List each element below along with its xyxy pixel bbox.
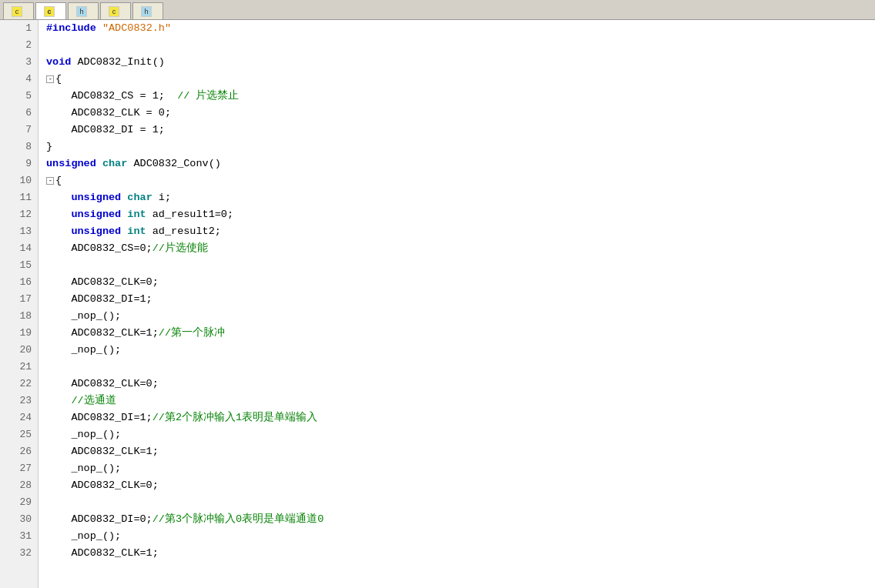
code-line-28: ADC0832_CLK=0; xyxy=(46,477,875,494)
tab-lcd1602-c[interactable]: c xyxy=(100,2,131,19)
code-line-16: ADC0832_CLK=0; xyxy=(46,274,875,291)
code-line-24: ADC0832_DI=1;//第2个脉冲输入1表明是单端输入 xyxy=(46,409,875,426)
tab-icon-lcd1602-c: c xyxy=(109,6,119,17)
line-num-20: 20 xyxy=(0,342,38,359)
tab-icon-adc0832-h: h xyxy=(76,6,87,17)
code-line-13: unsigned int ad_result2; xyxy=(46,223,875,240)
line-num-10: 10 xyxy=(0,172,38,189)
line-num-23: 23 xyxy=(0,393,38,409)
tab-main-c[interactable]: c xyxy=(3,2,34,19)
line-num-16: 16 xyxy=(0,274,38,291)
line-num-28: 28 xyxy=(0,477,38,494)
code-line-18: _nop_(); xyxy=(46,308,875,325)
code-area: 1234567891011121314151617181920212223242… xyxy=(0,20,875,588)
line-num-14: 14 xyxy=(0,240,38,257)
line-num-30: 30 xyxy=(0,511,38,528)
line-num-3: 3 xyxy=(0,54,38,71)
code-line-21 xyxy=(46,359,875,376)
code-line-3: void ADC0832_Init() xyxy=(46,54,875,71)
code-line-7: ADC0832_DI = 1; xyxy=(46,122,875,139)
line-num-21: 21 xyxy=(0,359,38,376)
line-numbers: 1234567891011121314151617181920212223242… xyxy=(0,20,39,588)
code-line-27: _nop_(); xyxy=(46,460,875,477)
tab-icon-adc0832-c: c xyxy=(44,6,55,17)
tab-lcd1602-h[interactable]: h xyxy=(132,2,163,19)
code-line-22: ADC0832_CLK=0; xyxy=(46,376,875,393)
line-num-17: 17 xyxy=(0,291,38,308)
code-line-25: _nop_(); xyxy=(46,426,875,443)
line-num-8: 8 xyxy=(0,139,38,155)
code-line-20: _nop_(); xyxy=(46,342,875,359)
line-num-32: 32 xyxy=(0,545,38,562)
line-num-4: 4 xyxy=(0,71,38,88)
code-content[interactable]: #include "ADC0832.h" void ADC0832_Init()… xyxy=(39,20,875,588)
tab-bar: c c h c h xyxy=(0,0,875,20)
line-num-24: 24 xyxy=(0,409,38,426)
line-num-2: 2 xyxy=(0,37,38,54)
code-line-4: ⁃{ xyxy=(46,71,875,88)
code-line-31: _nop_(); xyxy=(46,528,875,545)
code-line-12: unsigned int ad_result1=0; xyxy=(46,206,875,223)
line-num-19: 19 xyxy=(0,325,38,342)
code-line-15 xyxy=(46,257,875,274)
line-num-9: 9 xyxy=(0,155,38,172)
line-num-12: 12 xyxy=(0,206,38,223)
tab-icon-main-c: c xyxy=(12,6,22,17)
code-line-8: } xyxy=(46,139,875,155)
code-line-23: //选通道 xyxy=(46,393,875,409)
code-line-19: ADC0832_CLK=1;//第一个脉冲 xyxy=(46,325,875,342)
tab-adc0832-h[interactable]: h xyxy=(68,2,99,19)
code-line-30: ADC0832_DI=0;//第3个脉冲输入0表明是单端通道0 xyxy=(46,511,875,528)
line-num-18: 18 xyxy=(0,308,38,325)
line-num-26: 26 xyxy=(0,443,38,460)
code-line-2 xyxy=(46,37,875,54)
line-num-1: 1 xyxy=(0,20,38,37)
code-line-14: ADC0832_CS=0;//片选使能 xyxy=(46,240,875,257)
line-num-25: 25 xyxy=(0,426,38,443)
line-num-27: 27 xyxy=(0,460,38,477)
code-line-5: ADC0832_CS = 1; // 片选禁止 xyxy=(46,88,875,105)
line-num-13: 13 xyxy=(0,223,38,240)
line-num-31: 31 xyxy=(0,528,38,545)
fold-4[interactable]: ⁃ xyxy=(46,75,54,83)
code-line-17: ADC0832_DI=1; xyxy=(46,291,875,308)
code-line-1: #include "ADC0832.h" xyxy=(46,20,875,37)
code-line-26: ADC0832_CLK=1; xyxy=(46,443,875,460)
code-line-29 xyxy=(46,494,875,511)
line-num-11: 11 xyxy=(0,189,38,206)
line-num-22: 22 xyxy=(0,376,38,393)
code-line-9: unsigned char ADC0832_Conv() xyxy=(46,155,875,172)
line-num-29: 29 xyxy=(0,494,38,511)
code-line-10: ⁃{ xyxy=(46,172,875,189)
code-line-6: ADC0832_CLK = 0; xyxy=(46,105,875,122)
line-num-7: 7 xyxy=(0,122,38,139)
line-num-6: 6 xyxy=(0,105,38,122)
code-line-32: ADC0832_CLK=1; xyxy=(46,545,875,562)
line-num-5: 5 xyxy=(0,88,38,105)
tab-adc0832-c[interactable]: c xyxy=(35,2,66,19)
line-num-15: 15 xyxy=(0,257,38,274)
code-line-11: unsigned char i; xyxy=(46,189,875,206)
fold-10[interactable]: ⁃ xyxy=(46,177,54,185)
tab-icon-lcd1602-h: h xyxy=(141,6,152,17)
